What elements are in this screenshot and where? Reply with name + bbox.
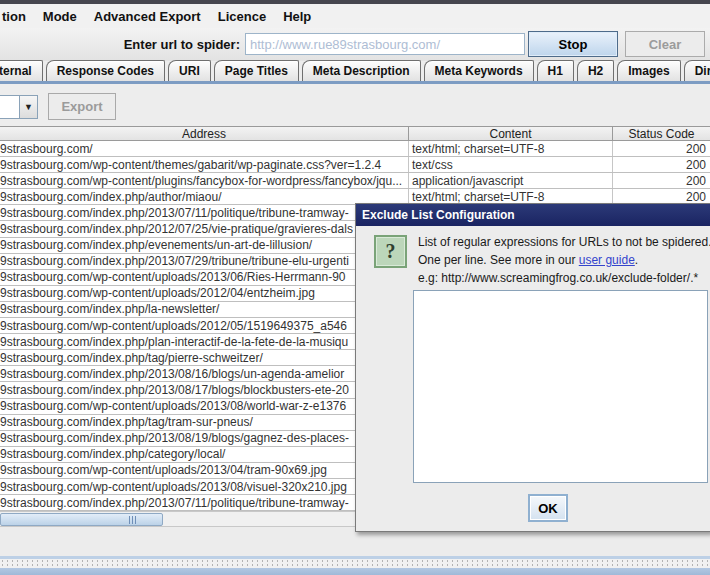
table-cell-address: 9strasbourg.com/wp-content/uploads/2013/… [0, 479, 409, 494]
table-cell-address: 9strasbourg.com/index.php/author/miaou/ [0, 189, 409, 204]
progress-texture-bar [0, 559, 710, 568]
table-cell-address: 9strasbourg.com/index.php/category/local… [0, 447, 409, 462]
stop-button[interactable]: Stop [528, 31, 618, 57]
table-header-row: Address Content Status Code [0, 126, 710, 141]
url-input-label: Enter url to spider: [124, 37, 240, 52]
question-mark-icon: ? [374, 235, 407, 268]
table-cell-address: 9strasbourg.com/ [0, 141, 409, 156]
tab-internal[interactable]: ternal [0, 60, 43, 81]
table-cell-address: 9strasbourg.com/index.php/plan-interacti… [0, 334, 409, 349]
column-header-content[interactable]: Content [409, 127, 613, 140]
tab-images[interactable]: Images [617, 60, 680, 81]
filter-combobox[interactable]: ▼ [0, 95, 38, 119]
url-panel: Enter url to spider: Stop Clear [0, 28, 710, 61]
table-cell-address: 9strasbourg.com/wp-content/uploads/2012/… [0, 286, 409, 301]
table-cell-content: text/html; charset=UTF-8 [409, 141, 613, 156]
tab-bar: ternal Response Codes URI Page Titles Me… [0, 61, 710, 84]
status-bar [0, 568, 710, 575]
filter-toolbar: ▼ Export [0, 84, 710, 126]
filter-combobox-value [0, 95, 20, 119]
scrollbar-thumb[interactable] [0, 513, 163, 526]
table-cell-status: 200 [613, 141, 710, 156]
dialog-instruction-line1: List of regular expressions for URLs to … [418, 233, 710, 251]
table-cell-content: text/css [409, 157, 613, 172]
table-cell-address: 9strasbourg.com/index.php/tag/tram-sur-p… [0, 415, 409, 430]
column-header-address[interactable]: Address [0, 127, 409, 140]
exclude-regex-textarea[interactable] [413, 290, 708, 483]
export-button: Export [48, 93, 116, 120]
column-header-status-code[interactable]: Status Code [613, 127, 710, 140]
table-cell-address: 9strasbourg.com/index.php/2012/07/25/vie… [0, 221, 409, 236]
ok-button[interactable]: OK [528, 494, 568, 522]
table-cell-address: 9strasbourg.com/index.php/2013/07/29/tri… [0, 254, 409, 269]
table-cell-content: application/javascript [409, 173, 613, 188]
table-cell-address: 9strasbourg.com/index.php/2013/08/19/blo… [0, 431, 409, 446]
table-cell-address: 9strasbourg.com/index.php/2013/07/11/pol… [0, 205, 409, 220]
menu-item-help[interactable]: Help [283, 9, 311, 24]
menu-item-licence[interactable]: Licence [218, 9, 266, 24]
combobox-dropdown-button[interactable]: ▼ [20, 95, 38, 119]
table-cell-address: 9strasbourg.com/index.php/2013/08/17/blo… [0, 382, 409, 397]
app-window: tion Mode Advanced Export Licence Help E… [0, 0, 710, 575]
tab-meta-keywords[interactable]: Meta Keywords [424, 60, 534, 81]
tab-meta-description[interactable]: Meta Description [302, 60, 421, 81]
user-guide-link[interactable]: user guide [579, 253, 635, 267]
menu-item-configuration[interactable]: tion [2, 9, 26, 24]
scrollbar-grip-icon [129, 516, 141, 524]
table-cell-address: 9strasbourg.com/wp-content/uploads/2013/… [0, 399, 409, 414]
table-cell-address: 9strasbourg.com/index.php/la-newsletter/ [0, 302, 409, 317]
dialog-instructions: List of regular expressions for URLs to … [418, 233, 710, 287]
tab-page-titles[interactable]: Page Titles [214, 60, 299, 81]
chevron-down-icon: ▼ [24, 103, 33, 112]
clear-button: Clear [625, 31, 705, 57]
table-row[interactable]: 9strasbourg.com/text/html; charset=UTF-8… [0, 141, 710, 157]
table-row[interactable]: 9strasbourg.com/wp-content/themes/gabari… [0, 157, 710, 173]
table-cell-status: 200 [613, 157, 710, 172]
exclude-list-dialog: Exclude List Configuration ? List of reg… [355, 203, 710, 532]
tab-h2[interactable]: H2 [577, 60, 614, 81]
tab-uri[interactable]: URI [168, 60, 211, 81]
url-input[interactable] [245, 33, 525, 55]
table-cell-address: 9strasbourg.com/wp-content/themes/gabari… [0, 157, 409, 172]
table-cell-address: 9strasbourg.com/index.php/2013/07/11/pol… [0, 495, 409, 510]
menu-bar: tion Mode Advanced Export Licence Help [0, 4, 710, 28]
tab-directives[interactable]: Directives [684, 60, 710, 81]
dialog-instruction-line3: e.g: http://www.screamingfrog.co.uk/excl… [418, 269, 710, 287]
table-cell-address: 9strasbourg.com/wp-content/plugins/fancy… [0, 173, 409, 188]
tab-response-codes[interactable]: Response Codes [46, 60, 165, 81]
menu-item-mode[interactable]: Mode [43, 9, 77, 24]
table-row[interactable]: 9strasbourg.com/wp-content/plugins/fancy… [0, 173, 710, 189]
table-cell-address: 9strasbourg.com/wp-content/uploads/2012/… [0, 318, 409, 333]
dialog-instruction-line2: One per line. See more in our user guide… [418, 251, 710, 269]
menu-item-advanced-export[interactable]: Advanced Export [94, 9, 201, 24]
table-cell-address: 9strasbourg.com/index.php/2013/08/16/blo… [0, 366, 409, 381]
table-cell-address: 9strasbourg.com/index.php/evenements/un-… [0, 238, 409, 253]
dialog-title-bar[interactable]: Exclude List Configuration [356, 204, 710, 226]
table-cell-address: 9strasbourg.com/wp-content/uploads/2013/… [0, 270, 409, 285]
table-cell-status: 200 [613, 173, 710, 188]
table-cell-address: 9strasbourg.com/wp-content/uploads/2013/… [0, 463, 409, 478]
table-cell-address: 9strasbourg.com/index.php/tag/pierre-sch… [0, 350, 409, 365]
tab-h1[interactable]: H1 [537, 60, 574, 81]
